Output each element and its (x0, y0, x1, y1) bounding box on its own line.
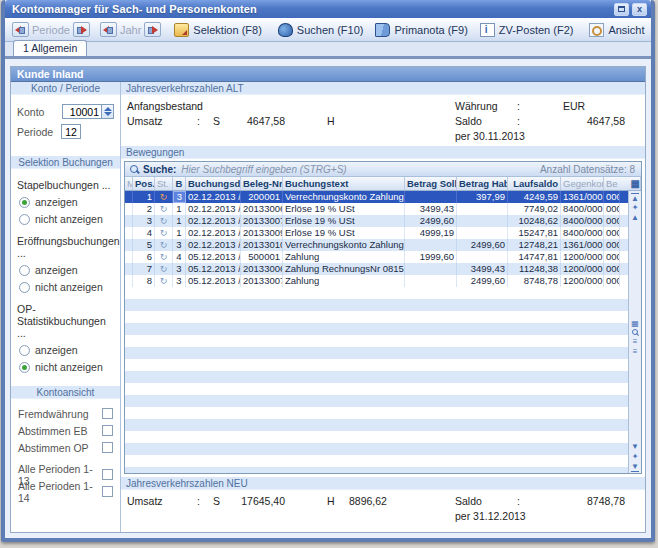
cell-status: ↻ (155, 239, 173, 251)
section-selektion-buchungen: Selektion Buchungen (11, 156, 120, 169)
periode-nav-group: Periode (9, 20, 93, 40)
zv-posten-button[interactable]: ZV-Posten (F2) (474, 20, 580, 40)
column-header[interactable]: St. (155, 177, 173, 190)
saldo-neu-date: per 31.12.2013 (455, 510, 526, 522)
scroll-top-icon[interactable]: ▲ (631, 193, 639, 203)
radio-anzeigen[interactable] (19, 265, 30, 276)
periode-prev-button[interactable] (12, 22, 29, 37)
cell-buchungstext: Verrechnungskonto Zahlungsverkehr (283, 239, 405, 251)
cell-b: 4 (173, 251, 186, 263)
konto-input[interactable] (62, 104, 102, 119)
drucken-button[interactable]: Drucken (654, 20, 658, 40)
alle-perioden-13-checkbox[interactable] (102, 469, 113, 480)
cell-be: 000 (604, 203, 620, 215)
table-row[interactable]: 2 ↻ 1 02.12.2013 /Mo 20133006 Erlöse 19 … (125, 203, 628, 215)
cell-betrag-soll (405, 239, 457, 251)
card-view-icon[interactable]: ▦ (631, 319, 639, 329)
cell-buchungsdatum: 05.12.2013 /Do (186, 263, 241, 275)
close-button[interactable]: x (632, 3, 647, 16)
table-row[interactable]: 5 ↻ 3 02.12.2013 /Mo 20133010 Verrechnun… (125, 239, 628, 251)
window-title: Kontomanager für Sach- und Personenkonte… (12, 3, 611, 15)
grid-search-icon[interactable] (632, 329, 639, 337)
zv-posten-button-label: ZV-Posten (F2) (499, 24, 574, 36)
jump-down-icon[interactable]: ✦ (632, 452, 639, 462)
primanota-button[interactable]: Primanota (F9) (369, 20, 473, 40)
soll-label: S (213, 115, 227, 127)
tab-strip: 1 Allgemein (5, 42, 651, 59)
radio-anzeigen[interactable] (19, 197, 30, 208)
radio-nicht-anzeigen[interactable] (19, 214, 30, 225)
magnifier-document-icon (589, 23, 604, 37)
status-refresh-icon: ↻ (160, 240, 168, 250)
grid-rows: 1 ↻ 3 02.12.2013 /Mo 200001 Verrechnungs… (125, 191, 628, 473)
cell-be: 000 (604, 275, 620, 287)
column-chooser-icon[interactable]: ▦ (631, 177, 640, 190)
column-header[interactable]: M (125, 177, 133, 190)
konto-spinner[interactable] (102, 104, 114, 119)
table-row[interactable]: 8 ↻ 3 05.12.2013 /Do 20133007 Zahlung 24… (125, 275, 628, 287)
table-row[interactable]: 6 ↻ 4 05.12.2013 /Do 500001 Zahlung 1999… (125, 251, 628, 263)
column-header[interactable]: Pos. (133, 177, 155, 190)
cell-beleg-nr: 20133009 (241, 227, 283, 239)
cell-be: 000 (604, 239, 620, 251)
saldo-neu-label: Saldo (455, 495, 517, 507)
jump-up-icon[interactable]: ✦ (632, 203, 639, 213)
list-view-icon[interactable]: ≡ (633, 337, 638, 347)
grid-search-bar[interactable]: Suche: Hier Suchbegriff eingeben (STRG+S… (125, 162, 641, 177)
suchen-button[interactable]: Suchen (F10) (272, 20, 370, 40)
status-refresh-icon: ↻ (160, 204, 168, 214)
search-input[interactable]: Hier Suchbegriff eingeben (STRG+S) (181, 164, 540, 175)
cell-betrag-haben: 2499,60 (457, 239, 508, 251)
radio-nicht-anzeigen[interactable] (19, 362, 30, 373)
column-header[interactable]: B (173, 177, 186, 190)
cell-be: 000 (604, 251, 620, 263)
fremdwaehrung-checkbox[interactable] (102, 408, 113, 419)
colon: : (517, 115, 549, 127)
jahr-next-button[interactable] (144, 22, 161, 37)
section-bewegungen: Bewegungen (121, 146, 645, 159)
search-binoculars-icon (278, 23, 293, 37)
periode-next-button[interactable] (73, 22, 90, 37)
column-header[interactable]: Buchungsdatum (186, 177, 241, 190)
cell-gegenkonto: 1200/000 (561, 275, 604, 287)
cell-laufsaldo: 8748,78 (508, 275, 561, 287)
radio-anzeigen[interactable] (19, 345, 30, 356)
cell-gegenkonto: 1361/000 (561, 239, 604, 251)
scroll-bottom-icon[interactable]: ▼ (631, 462, 639, 472)
scroll-down-icon[interactable]: ▼ (631, 442, 639, 452)
abstimmen-op-checkbox[interactable] (102, 442, 113, 453)
record-count: Anzahl Datensätze: 8 (540, 164, 635, 175)
section-jvz-alt: Jahresverkehrszahlen ALT (121, 82, 645, 95)
haben-label: H (327, 115, 341, 127)
main-toolbar: Periode Jahr Selektion (F8) Suchen (F10)… (5, 18, 651, 42)
table-row[interactable]: 4 ↻ 1 02.12.2013 /Mo 20133009 Erlöse 19 … (125, 227, 628, 239)
radio-nicht-anzeigen[interactable] (19, 282, 30, 293)
abstimmen-eb-checkbox[interactable] (102, 425, 113, 436)
table-row[interactable]: 3 ↻ 1 02.12.2013 /Mo 20133007 Erlöse 19 … (125, 215, 628, 227)
table-row[interactable]: 7 ↻ 3 05.12.2013 /Do 20133006 Zahlung Re… (125, 263, 628, 275)
column-header[interactable]: Betrag Haben (457, 177, 508, 190)
ansicht-button-label: Ansicht (608, 24, 644, 36)
periode-input[interactable] (61, 124, 81, 139)
goto-record-icon[interactable]: ≡ (633, 347, 638, 357)
restore-button[interactable] (614, 3, 629, 16)
column-header[interactable]: Buchungstext (283, 177, 405, 190)
column-header[interactable]: Laufsaldo (508, 177, 561, 190)
jahr-prev-button[interactable] (100, 22, 117, 37)
table-row[interactable]: 1 ↻ 3 02.12.2013 /Mo 200001 Verrechnungs… (125, 191, 628, 203)
saldo-alt-label: Saldo (455, 115, 517, 127)
cell-buchungstext: Erlöse 19 % USt (283, 215, 405, 227)
cell-b: 3 (173, 191, 186, 203)
tab-allgemein[interactable]: 1 Allgemein (13, 40, 87, 56)
ansicht-button[interactable]: Ansicht (583, 20, 650, 40)
periode-label: Periode (29, 24, 73, 36)
jahr-nav-group: Jahr (97, 20, 164, 40)
column-header[interactable]: Betrag Soll (405, 177, 457, 190)
scroll-up-icon[interactable]: ▲ (631, 213, 639, 223)
alle-perioden-14-checkbox[interactable] (102, 486, 113, 497)
column-header[interactable]: Gegenkonto (561, 177, 604, 190)
selektion-button[interactable]: Selektion (F8) (168, 20, 267, 40)
column-header[interactable]: Beleg-Nr. (241, 177, 283, 190)
anfangsbestand-label: Anfangsbestand (127, 100, 197, 112)
status-refresh-icon: ↻ (160, 252, 168, 262)
